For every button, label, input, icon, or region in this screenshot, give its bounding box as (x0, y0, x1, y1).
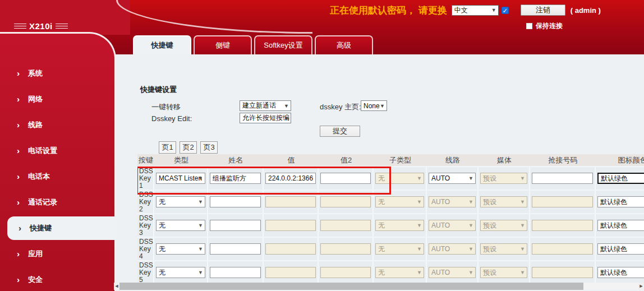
sidebar-item[interactable]: › 应用 (0, 241, 116, 267)
media-select[interactable]: 预设 ▼ (480, 220, 527, 231)
sidebar-item[interactable]: › 电话设置 (0, 138, 116, 164)
subtype-select[interactable]: 无 ▼ (375, 196, 424, 207)
chevron-right-icon: › (17, 275, 20, 284)
chevron-down-icon: ▼ (520, 175, 525, 181)
icon-color-select[interactable]: 默认绿色 ▼ (597, 220, 644, 231)
sidebar-item-label: 电话本 (28, 172, 50, 182)
keep-online-label: 保持连接 (536, 21, 563, 31)
horizontal-scrollbar[interactable]: ◄ ► (114, 283, 644, 290)
line-select[interactable]: AUTO ▼ (429, 243, 476, 255)
value-input[interactable] (265, 220, 316, 231)
key-cell: DSS Key 2 (137, 191, 154, 213)
icon-color-select[interactable]: 默认绿色 ▼ (597, 243, 644, 255)
dsskey-home-label: dsskey 主页: (320, 102, 361, 112)
sidebar-item[interactable]: › 系统 (0, 61, 116, 86)
section-title: 快捷键设置 (140, 85, 177, 95)
scroll-right-arrow-icon[interactable]: ► (638, 283, 644, 290)
type-select[interactable]: 无 ▼ (156, 196, 205, 207)
tab[interactable]: 快捷键 (133, 35, 191, 54)
value-input[interactable] (265, 267, 316, 278)
scroll-left-arrow-icon[interactable]: ◄ (114, 283, 119, 290)
subtype-select[interactable]: 无 ▼ (375, 220, 424, 231)
icon-color-select[interactable]: 默认绿色 ▼ (597, 173, 644, 184)
chevron-right-icon: › (17, 69, 20, 77)
type-select[interactable]: 无 ▼ (156, 243, 205, 255)
type-select[interactable]: MCAST Listen ▼ (156, 173, 205, 184)
line-select[interactable]: AUTO ▼ (429, 267, 476, 278)
chevron-down-icon: ▼ (198, 246, 203, 252)
value2-input[interactable] (320, 196, 371, 207)
type-select[interactable]: 无 ▼ (156, 220, 205, 231)
name-input[interactable] (210, 173, 261, 184)
name-input[interactable] (210, 267, 261, 278)
value2-input[interactable] (320, 173, 371, 184)
sidebar-item-label: 电话设置 (28, 146, 57, 156)
icon-color-select[interactable]: 默认绿色 ▼ (597, 196, 644, 207)
media-select[interactable]: 预设 ▼ (480, 196, 527, 207)
tab[interactable]: Softkey设置 (254, 35, 312, 54)
media-select[interactable]: 预设 ▼ (480, 173, 527, 184)
chevron-right-icon: › (17, 146, 20, 155)
dsskey-edit-select[interactable]: 允许长按短按编 ▼ (240, 113, 291, 123)
media-select[interactable]: 预设 ▼ (480, 267, 527, 278)
sidebar-item[interactable]: › 网络 (0, 86, 116, 112)
value2-input[interactable] (320, 243, 371, 255)
value-input[interactable] (265, 243, 316, 255)
subtype-select[interactable]: 无 ▼ (375, 173, 424, 184)
icon-color-select[interactable]: 默认绿色 ▼ (597, 267, 644, 278)
sidebar-item[interactable]: › 线路 (0, 112, 116, 138)
key-cell: DSS Key 1 (137, 167, 154, 190)
name-input[interactable] (210, 243, 261, 255)
key-cell: DSS Key 4 (137, 238, 154, 260)
sidebar-item[interactable]: › 安全 (0, 267, 116, 291)
default-password-warning: 正在使用默认密码， 请更换 (330, 4, 447, 17)
pickup-number-input[interactable] (532, 196, 593, 207)
chevron-down-icon: ▼ (417, 199, 422, 205)
chevron-down-icon: ▼ (417, 175, 422, 181)
brand-logo: X210i (14, 21, 68, 31)
name-input[interactable] (210, 220, 261, 231)
scrollbar-thumb[interactable] (119, 283, 583, 290)
topbar: 正在使用默认密码， 请更换 中文 ▼ ✓ 注销 ( admin ) (330, 4, 601, 16)
pickup-number-input[interactable] (532, 243, 593, 255)
tab[interactable]: 侧键 (194, 35, 252, 54)
column-header: 按键 (137, 154, 154, 166)
sidebar-item[interactable]: › 快捷键 (7, 216, 116, 240)
subtype-select[interactable]: 无 ▼ (375, 267, 424, 278)
page-button[interactable]: 页3 (200, 141, 218, 154)
sidebar-item[interactable]: › 电话本 (0, 164, 116, 190)
line-select[interactable]: AUTO ▼ (429, 196, 476, 207)
sidebar-item[interactable]: › 通话记录 (0, 190, 116, 215)
language-apply-checkbox[interactable]: ✓ (502, 7, 509, 14)
page-button[interactable]: 页2 (180, 141, 197, 154)
type-select[interactable]: 无 ▼ (156, 267, 205, 278)
chevron-down-icon: ▼ (198, 199, 203, 205)
name-input[interactable] (210, 196, 261, 207)
language-select[interactable]: 中文 ▼ (452, 5, 499, 16)
pickup-number-input[interactable] (532, 173, 593, 184)
chevron-down-icon: ▼ (468, 223, 473, 228)
page-button[interactable]: 页1 (159, 141, 176, 154)
line-select[interactable]: AUTO ▼ (429, 220, 476, 231)
transfer-select[interactable]: 建立新通话 ▼ (240, 100, 291, 111)
dsskey-home-select[interactable]: None ▼ (361, 100, 387, 111)
table-row: DSS Key 5 无 ▼ 无 ▼ (137, 260, 644, 284)
value-input[interactable] (265, 196, 316, 207)
keep-online-checkbox[interactable] (526, 23, 532, 29)
submit-button[interactable]: 提交 (320, 126, 360, 137)
media-select[interactable]: 预设 ▼ (480, 243, 527, 255)
value2-input[interactable] (320, 220, 371, 231)
line-select[interactable]: AUTO ▼ (429, 173, 476, 184)
value2-input[interactable] (320, 267, 371, 278)
sidebar-item-label: 通话记录 (28, 197, 57, 207)
logout-button[interactable]: 注销 (521, 4, 565, 16)
tab-label: Softkey设置 (264, 40, 302, 50)
subtype-select[interactable]: 无 ▼ (375, 243, 424, 255)
column-header: 值 (264, 154, 319, 166)
pickup-number-input[interactable] (532, 220, 593, 231)
table-body: DSS Key 1 MCAST Listen ▼ 无 ▼ (137, 166, 644, 284)
transfer-label: 一键转移 (151, 102, 181, 112)
pickup-number-input[interactable] (532, 267, 593, 278)
tab[interactable]: 高级 (315, 35, 373, 54)
value-input[interactable] (265, 173, 316, 184)
